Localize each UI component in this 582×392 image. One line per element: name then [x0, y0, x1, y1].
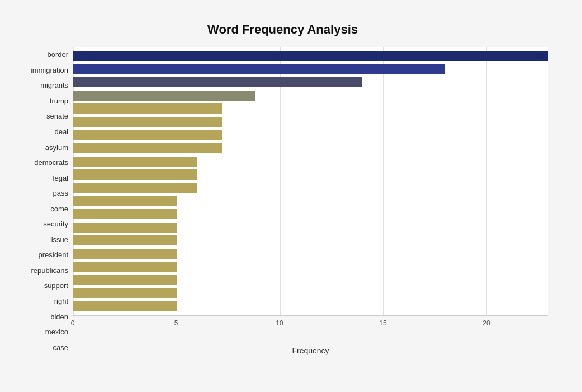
x-tick-5: 5 — [174, 319, 178, 327]
chart-title: Word Frequency Analysis — [17, 22, 548, 37]
y-label-migrants: migrants — [40, 79, 68, 92]
x-tick-20: 20 — [482, 319, 490, 327]
x-tick-15: 15 — [379, 319, 386, 327]
bar-republicans — [73, 235, 177, 245]
bar-row-support — [73, 248, 548, 260]
bar-row-right — [73, 261, 548, 273]
bars-and-grid: 05101520 Frequency — [73, 47, 548, 355]
y-axis-labels: borderimmigrationmigrantstrumpsenatedeal… — [17, 47, 73, 355]
bar-president — [73, 223, 177, 233]
bar-row-democrats — [73, 142, 548, 154]
bar-right — [73, 262, 177, 272]
y-label-republicans: republicans — [31, 264, 69, 276]
bar-row-security — [73, 195, 548, 207]
bar-come — [73, 183, 197, 193]
bar-row-asylum — [73, 129, 548, 141]
bar-pass — [73, 169, 197, 180]
bar-deal — [73, 117, 222, 127]
bar-support — [73, 249, 177, 259]
chart-area: borderimmigrationmigrantstrumpsenatedeal… — [17, 47, 548, 355]
bar-row-president — [73, 221, 548, 234]
y-label-come: come — [50, 202, 68, 215]
bar-senate — [73, 103, 222, 114]
bar-trump — [73, 91, 255, 101]
bar-migrants — [73, 77, 362, 87]
y-label-senate: senate — [46, 110, 68, 122]
y-label-president: president — [39, 249, 68, 261]
bar-case — [73, 301, 177, 311]
bar-row-case — [73, 300, 548, 313]
bar-row-senate — [73, 102, 548, 115]
bar-row-mexico — [73, 287, 548, 299]
bars-container — [73, 47, 548, 315]
y-label-legal: legal — [53, 172, 68, 184]
bar-democrats — [73, 143, 222, 153]
bar-row-biden — [73, 274, 548, 286]
y-label-trump: trump — [50, 95, 68, 107]
bar-row-trump — [73, 89, 548, 102]
y-label-right: right — [54, 295, 68, 308]
bar-row-issue — [73, 208, 548, 220]
y-label-mexico: mexico — [45, 326, 68, 338]
x-tick-0: 0 — [71, 319, 75, 327]
y-label-case: case — [53, 341, 68, 353]
y-label-issue: issue — [51, 233, 68, 245]
bar-row-deal — [73, 116, 548, 128]
y-label-biden: biden — [50, 310, 68, 323]
bar-asylum — [73, 130, 222, 140]
x-axis-title: Frequency — [73, 346, 548, 355]
y-label-deal: deal — [54, 126, 68, 138]
bar-border — [73, 51, 548, 61]
y-label-democrats: democrats — [34, 157, 68, 169]
bar-row-come — [73, 182, 548, 194]
y-label-asylum: asylum — [45, 141, 68, 153]
bar-row-pass — [73, 168, 548, 181]
grid-area — [73, 47, 548, 316]
bar-row-republicans — [73, 234, 548, 247]
bar-row-legal — [73, 155, 548, 168]
bar-row-border — [73, 50, 548, 62]
bar-row-migrants — [73, 76, 548, 88]
y-label-security: security — [43, 218, 68, 230]
bar-issue — [73, 209, 177, 219]
bar-security — [73, 196, 177, 206]
y-label-pass: pass — [53, 187, 68, 200]
x-axis-labels: 05101520 — [73, 319, 548, 330]
bar-biden — [73, 275, 177, 285]
x-tick-10: 10 — [276, 319, 283, 327]
bar-mexico — [73, 288, 177, 298]
y-label-immigration: immigration — [31, 64, 68, 76]
bar-legal — [73, 157, 197, 167]
y-label-support: support — [44, 280, 68, 292]
y-label-border: border — [47, 49, 68, 61]
chart-container: Word Frequency Analysis borderimmigratio… — [11, 11, 571, 392]
bar-row-immigration — [73, 63, 548, 75]
bar-immigration — [73, 64, 445, 74]
